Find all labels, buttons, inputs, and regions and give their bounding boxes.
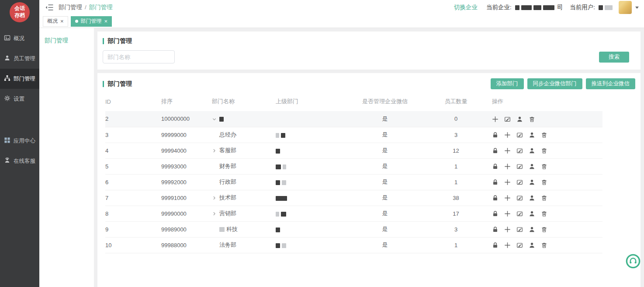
trash-icon[interactable] xyxy=(541,147,547,154)
sidebar-item-departments[interactable]: 部门管理 xyxy=(0,69,39,89)
trash-icon[interactable] xyxy=(529,116,535,122)
person-icon[interactable] xyxy=(516,116,523,122)
plus-icon[interactable] xyxy=(504,163,511,170)
cell-sort: 99988000 xyxy=(161,237,212,253)
redacted-text xyxy=(276,196,287,201)
table-row: 999989000科技是3 xyxy=(105,221,602,237)
collapse-menu-icon[interactable] xyxy=(45,4,53,10)
cell-name: 科技 xyxy=(212,221,276,237)
plus-icon[interactable] xyxy=(504,210,511,217)
cell-wecom-managed: 是 xyxy=(350,221,420,237)
current-company-label: 当前企业: xyxy=(486,4,512,11)
cell-id: 5 xyxy=(105,158,161,174)
tab-close-icon[interactable]: × xyxy=(60,18,64,24)
person-icon[interactable] xyxy=(529,163,535,170)
trash-icon[interactable] xyxy=(541,226,547,233)
table-row: 899990000营销部是17 xyxy=(105,206,602,221)
sidebar-item-settings[interactable]: 设置 xyxy=(0,89,39,109)
sidebar-item-label: 设置 xyxy=(14,95,24,103)
lock-icon[interactable] xyxy=(492,210,499,217)
cell-id: 10 xyxy=(105,237,161,253)
col-id: ID xyxy=(105,92,161,111)
lock-icon[interactable] xyxy=(492,132,499,138)
lock-icon[interactable] xyxy=(492,147,499,154)
cell-parent xyxy=(276,190,350,206)
person-icon[interactable] xyxy=(529,242,535,248)
edit-icon[interactable] xyxy=(516,132,523,138)
cell-parent xyxy=(276,158,350,174)
tab-close-icon[interactable]: × xyxy=(104,18,108,24)
avatar[interactable] xyxy=(619,1,632,14)
plus-icon[interactable] xyxy=(504,242,511,248)
edit-icon[interactable] xyxy=(516,226,523,233)
subsidebar-item-departments[interactable]: 部门管理 xyxy=(39,28,94,45)
plus-icon[interactable] xyxy=(504,179,511,186)
breadcrumb-item[interactable]: 部门管理 xyxy=(59,4,82,10)
cell-wecom-managed: 是 xyxy=(350,237,420,253)
person-icon[interactable] xyxy=(529,210,535,217)
trash-icon[interactable] xyxy=(541,242,547,248)
edit-icon[interactable] xyxy=(516,147,523,154)
trash-icon[interactable] xyxy=(541,195,547,201)
edit-icon[interactable] xyxy=(516,195,523,201)
cell-name: 财务部 xyxy=(212,158,276,174)
expand-right-icon[interactable] xyxy=(212,148,219,153)
add-department-button[interactable]: 添加部门 xyxy=(491,78,524,89)
lock-icon[interactable] xyxy=(492,163,499,170)
tab-overview[interactable]: 概况 × xyxy=(43,16,68,27)
person-icon[interactable] xyxy=(529,195,535,201)
expand-right-icon[interactable] xyxy=(212,196,219,200)
expand-down-icon[interactable] xyxy=(212,117,219,122)
lock-icon[interactable] xyxy=(492,226,499,233)
cell-id: 7 xyxy=(105,190,161,206)
plus-icon[interactable] xyxy=(504,147,511,154)
redacted-text xyxy=(276,133,279,138)
sidebar-item-label: 在线客服 xyxy=(14,158,35,165)
sidebar-item-employees[interactable]: 员工管理 xyxy=(0,49,39,69)
person-icon[interactable] xyxy=(529,132,535,138)
plus-icon[interactable] xyxy=(504,132,511,138)
sidebar-item-app-center[interactable]: 应用中心 xyxy=(0,131,39,151)
person-icon[interactable] xyxy=(529,179,535,186)
tab-label: 概况 xyxy=(47,18,58,25)
plus-icon[interactable] xyxy=(492,116,499,122)
customer-service-icon xyxy=(626,262,641,270)
sidebar-item-label: 部门管理 xyxy=(14,75,35,83)
lock-icon[interactable] xyxy=(492,195,499,201)
cell-actions xyxy=(492,174,602,190)
plus-icon[interactable] xyxy=(504,226,511,233)
edit-icon[interactable] xyxy=(516,210,523,217)
department-name-input[interactable] xyxy=(103,50,175,63)
tab-label: 部门管理 xyxy=(81,18,102,25)
tab-departments[interactable]: 部门管理 × xyxy=(71,16,112,27)
push-to-wecom-button[interactable]: 推送到企业微信 xyxy=(586,78,636,89)
redacted-text xyxy=(276,164,281,169)
trash-icon[interactable] xyxy=(541,179,547,186)
chevron-down-icon[interactable] xyxy=(635,7,639,9)
person-icon[interactable] xyxy=(529,226,535,233)
plus-icon[interactable] xyxy=(504,195,511,201)
table-row: 599993000财务部是1 xyxy=(105,158,602,174)
trash-icon[interactable] xyxy=(541,163,547,170)
edit-icon[interactable] xyxy=(516,179,523,186)
redacted-text xyxy=(219,227,225,232)
redacted-text xyxy=(282,243,286,248)
lock-icon[interactable] xyxy=(492,179,499,186)
trash-icon[interactable] xyxy=(541,132,547,138)
sidebar-item-overview[interactable]: 概况 xyxy=(0,28,39,49)
breadcrumb-current: 部门管理 xyxy=(89,4,113,10)
edit-icon[interactable] xyxy=(504,116,511,122)
search-button[interactable]: 搜索 xyxy=(599,52,629,63)
sidebar-item-online-support[interactable]: 在线客服 xyxy=(0,151,39,171)
edit-icon[interactable] xyxy=(516,242,523,248)
trash-icon[interactable] xyxy=(541,210,547,217)
sync-wecom-departments-button[interactable]: 同步企业微信部门 xyxy=(527,78,582,89)
edit-icon[interactable] xyxy=(516,163,523,170)
employee-icon xyxy=(4,55,10,63)
customer-service-float-button[interactable] xyxy=(626,254,641,269)
person-icon[interactable] xyxy=(529,147,535,154)
switch-company-link[interactable]: 切换企业 xyxy=(454,4,478,11)
lock-icon[interactable] xyxy=(492,242,499,248)
expand-right-icon[interactable] xyxy=(212,211,219,216)
current-company-redacted xyxy=(515,4,556,11)
